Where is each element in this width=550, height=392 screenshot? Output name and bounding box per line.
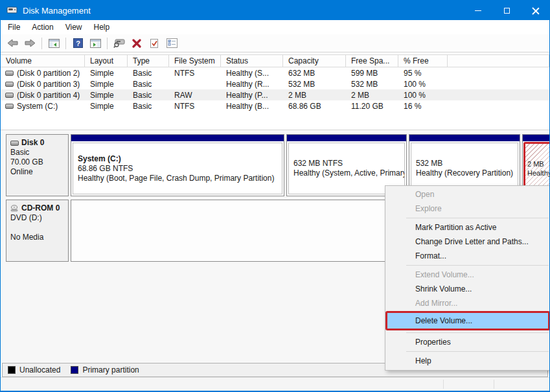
unallocated-swatch (8, 366, 16, 374)
file-system-cell: NTFS (169, 102, 221, 111)
primary-partition-swatch (71, 366, 78, 374)
layout-cell: Simple (85, 80, 128, 89)
show-action-pane-button[interactable] (87, 36, 103, 51)
show-console-tree-button[interactable] (46, 36, 62, 51)
delete-volume-annotation: Delete Volume... (385, 311, 550, 330)
primary-partition-bar (523, 135, 550, 141)
cdrom-label-panel[interactable]: CD-ROM 0 DVD (D:) No Media (6, 200, 69, 262)
volume-name: (Disk 0 partition 3) (17, 80, 80, 89)
maximize-button[interactable] (492, 1, 521, 20)
table-row-partition-4[interactable]: (Disk 0 partition 4) Simple Basic RAW He… (1, 89, 549, 100)
menu-separator (406, 218, 549, 218)
volume-icon (5, 104, 14, 109)
column-header-file-system[interactable]: File System (169, 55, 221, 67)
pct-free-cell: 16 % (398, 102, 448, 111)
maximize-icon (504, 8, 510, 14)
partition-status: Healthy (527, 168, 550, 178)
checklist-button[interactable] (164, 36, 179, 51)
partition-system-c[interactable]: System (C:) 68.86 GB NTFS Healthy (Boot,… (71, 134, 284, 196)
partition-status: Healthy (Boot, Page File, Crash Dump, Pr… (78, 174, 277, 183)
status-cell: Healthy (B... (221, 102, 283, 111)
toolbar-separator (107, 38, 108, 49)
validate-button[interactable] (146, 36, 162, 51)
volume-table-header: Volume Layout Type File System Status Ca… (1, 54, 549, 67)
volume-name: (Disk 0 partition 4) (17, 91, 80, 100)
column-header-layout[interactable]: Layout (85, 55, 128, 67)
forward-icon (25, 39, 36, 47)
partition-status: Healthy (Recovery Partition) (416, 168, 513, 178)
help-button[interactable]: ? (70, 36, 86, 51)
status-cell: Healthy (R... (221, 80, 283, 89)
volume-icon (5, 71, 14, 76)
column-header-capacity[interactable]: Capacity (283, 55, 346, 67)
partition-title: System (C:) (78, 154, 277, 164)
free-space-cell: 599 MB (346, 69, 398, 78)
layout-cell: Simple (85, 69, 128, 78)
cdrom-drive: DVD (D:) (10, 213, 65, 223)
capacity-cell: 632 MB (283, 69, 346, 78)
primary-partition-bar (409, 135, 520, 141)
menu-item-mark-partition-active[interactable]: Mark Partition as Active (385, 220, 550, 235)
capacity-cell: 68.86 GB (283, 102, 346, 111)
cdrom-media: No Media (10, 233, 65, 242)
legend-label: Unallocated (19, 365, 60, 375)
primary-partition-bar (71, 135, 284, 141)
table-row-partition-2[interactable]: (Disk 0 partition 2) Simple Basic NTFS H… (1, 67, 549, 78)
legend-label: Primary partition (82, 365, 139, 375)
partition-size: 68.86 GB NTFS (78, 164, 277, 174)
status-bar-divider (443, 380, 444, 389)
title-bar: Disk Management (1, 1, 549, 20)
table-row-system-c[interactable]: System (C:) Simple Basic NTFS Healthy (B… (1, 100, 549, 111)
validate-icon (150, 38, 159, 49)
minimize-button[interactable] (464, 1, 492, 20)
window-title: Disk Management (23, 6, 91, 16)
partition-size: 532 MB (416, 159, 513, 168)
column-header-status[interactable]: Status (221, 55, 283, 67)
layout-cell: Simple (85, 102, 128, 111)
file-system-cell: RAW (169, 91, 221, 100)
status-bar (1, 377, 549, 391)
delete-button[interactable] (129, 36, 144, 51)
back-button[interactable] (5, 36, 20, 51)
menu-file[interactable]: File (2, 20, 26, 34)
column-header-free-space[interactable]: Free Spa... (346, 55, 398, 67)
status-bar-divider (494, 380, 494, 389)
close-button[interactable] (521, 1, 549, 20)
menu-item-format[interactable]: Format... (385, 249, 550, 263)
menu-action[interactable]: Action (26, 20, 59, 34)
column-header-type[interactable]: Type (128, 55, 169, 67)
menu-item-shrink-volume[interactable]: Shrink Volume... (385, 282, 550, 296)
disk0-status: Online (10, 167, 65, 177)
toolbar-separator (41, 38, 42, 49)
menu-item-properties[interactable]: Properties (385, 335, 550, 349)
delete-icon (132, 39, 141, 48)
disk-properties-button[interactable] (111, 36, 127, 51)
menu-help[interactable]: Help (88, 20, 116, 34)
type-cell: Basic (128, 102, 169, 111)
column-header-volume[interactable]: Volume (1, 55, 85, 67)
type-cell: Basic (128, 91, 169, 100)
menu-bar: File Action View Help (1, 20, 549, 34)
menu-item-extend-volume: Extend Volume... (385, 268, 550, 282)
table-row-partition-3[interactable]: (Disk 0 partition 3) Simple Basic Health… (1, 78, 549, 89)
show-action-pane-icon (90, 39, 101, 48)
column-header-pct-free[interactable]: % Free (398, 55, 448, 67)
status-cell: Healthy (P... (221, 91, 283, 100)
show-console-tree-icon (49, 39, 60, 48)
free-space-cell: 2 MB (346, 91, 398, 100)
disk0-label-panel[interactable]: Disk 0 Basic 70.00 GB Online (6, 134, 69, 196)
free-space-cell: 532 MB (346, 80, 398, 89)
disk-management-app-icon (6, 6, 18, 15)
cd-icon (10, 205, 19, 212)
partition-status: Healthy (System, Active, Primary (293, 168, 400, 178)
menu-view[interactable]: View (60, 20, 88, 34)
menu-item-delete-volume[interactable]: Delete Volume... (387, 313, 548, 329)
menu-item-change-drive-letter[interactable]: Change Drive Letter and Paths... (385, 235, 550, 249)
free-space-cell: 11.20 GB (346, 102, 398, 111)
menu-separator (406, 351, 549, 352)
legend-primary-partition: Primary partition (71, 365, 139, 375)
menu-item-help[interactable]: Help (385, 354, 550, 368)
menu-item-open: Open (385, 187, 550, 202)
minimize-icon (475, 10, 481, 11)
forward-button[interactable] (22, 36, 38, 51)
